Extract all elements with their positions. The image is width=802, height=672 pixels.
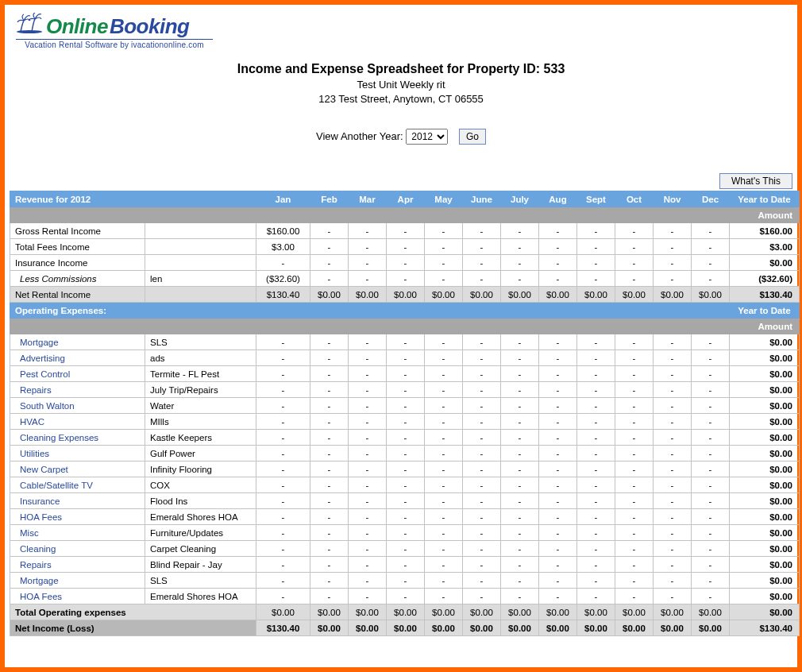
cell-dash: -	[692, 430, 730, 446]
expense-name[interactable]: Utilities	[10, 446, 145, 462]
expense-name[interactable]: Cleaning Expenses	[10, 430, 145, 446]
cell-dash: -	[539, 509, 577, 525]
cell-dash: -	[654, 493, 692, 509]
expense-name[interactable]: Repairs	[10, 557, 145, 573]
month-header: Oct	[615, 191, 654, 207]
expense-name[interactable]: Misc	[10, 525, 145, 541]
expense-name[interactable]: HVAC	[10, 414, 145, 430]
month-header: Jan	[256, 191, 310, 207]
cell-dash: -	[425, 255, 463, 271]
revenue-row-note: len	[145, 271, 256, 287]
cell-dash: -	[577, 223, 615, 239]
expense-note: July Trip/Repairs	[145, 382, 256, 398]
spacer	[349, 207, 387, 223]
go-button[interactable]: Go	[459, 129, 486, 145]
month-header: July	[501, 191, 539, 207]
expense-name[interactable]: Cable/Satellite TV	[10, 477, 145, 493]
cell-dash: -	[654, 446, 692, 462]
cell-dash: -	[310, 509, 349, 525]
cell-dash: -	[387, 525, 425, 541]
cell-dash: -	[349, 589, 387, 604]
year-select[interactable]: 2012	[406, 129, 448, 145]
net-income-month: $0.00	[501, 620, 539, 636]
cell-dash: -	[425, 477, 463, 493]
spacer	[692, 303, 730, 319]
net-ytd: $130.40	[730, 287, 800, 303]
cell-dash: -	[501, 398, 539, 414]
cell-dash: -	[256, 557, 310, 573]
spacer	[425, 303, 463, 319]
expense-name[interactable]: Pest Control	[10, 366, 145, 382]
expense-name[interactable]: Advertising	[10, 350, 145, 366]
expense-name[interactable]: Mortgage	[10, 573, 145, 589]
spacer	[387, 319, 425, 334]
cell-dash: -	[310, 334, 349, 350]
cell-dash: -	[310, 223, 349, 239]
cell-dash: -	[615, 271, 654, 287]
cell-dash: -	[615, 366, 654, 382]
spacer	[256, 303, 310, 319]
revenue-row-name: Insurance Income	[10, 255, 145, 271]
cell-dash: -	[349, 398, 387, 414]
whats-this-button[interactable]: What's This	[719, 173, 792, 189]
cell-dash: -	[310, 398, 349, 414]
cell-dash: -	[256, 446, 310, 462]
cell-dash: -	[387, 541, 425, 557]
cell-dash: -	[539, 589, 577, 604]
cell-dash: -	[692, 541, 730, 557]
cell-dash: -	[654, 398, 692, 414]
cell-dash: -	[387, 493, 425, 509]
cell-dash: -	[654, 509, 692, 525]
cell-dash: -	[654, 573, 692, 589]
cell-dash: -	[615, 573, 654, 589]
cell-dash: -	[654, 414, 692, 430]
cell-dash: -	[692, 589, 730, 604]
cell-dash: -	[387, 223, 425, 239]
net-month: $0.00	[387, 287, 425, 303]
spacer	[539, 207, 577, 223]
expense-name[interactable]: Repairs	[10, 382, 145, 398]
cell-dash: -	[577, 350, 615, 366]
expense-note: Gulf Power	[145, 446, 256, 462]
cell-dash: -	[463, 509, 501, 525]
cell-dash: -	[463, 239, 501, 255]
expense-name[interactable]: Cleaning	[10, 541, 145, 557]
cell-dash: -	[387, 414, 425, 430]
cell-dash: -	[256, 398, 310, 414]
expense-name[interactable]: New Carpet	[10, 462, 145, 477]
cell-dash: -	[539, 573, 577, 589]
net-month: $0.00	[539, 287, 577, 303]
expense-name[interactable]: HOA Fees	[10, 589, 145, 604]
cell-dash: -	[349, 255, 387, 271]
cell-dash: -	[501, 509, 539, 525]
cell-dash: -	[463, 271, 501, 287]
expense-name[interactable]: Insurance	[10, 493, 145, 509]
cell-dash: -	[425, 239, 463, 255]
cell-dash: -	[463, 589, 501, 604]
logo-text-booking: Booking	[110, 14, 190, 39]
total-month: $0.00	[615, 604, 654, 620]
cell-dash: -	[692, 493, 730, 509]
cell-dash: -	[577, 573, 615, 589]
expense-name[interactable]: Mortgage	[10, 334, 145, 350]
expense-name[interactable]: HOA Fees	[10, 509, 145, 525]
cell-dash: -	[463, 334, 501, 350]
cell-dash: -	[387, 366, 425, 382]
cell-dash: -	[539, 525, 577, 541]
expense-note: Emerald Shores HOA	[145, 509, 256, 525]
cell-dash: -	[577, 239, 615, 255]
cell-dash: -	[310, 589, 349, 604]
cell-dash: -	[310, 271, 349, 287]
cell-dash: -	[501, 589, 539, 604]
cell-dash: -	[501, 350, 539, 366]
cell-dash: -	[501, 573, 539, 589]
net-income-month: $0.00	[425, 620, 463, 636]
cell-dash: -	[654, 477, 692, 493]
cell-dash: -	[577, 509, 615, 525]
net-income-month: $0.00	[349, 620, 387, 636]
cell-dash: -	[501, 462, 539, 477]
expense-name[interactable]: South Walton	[10, 398, 145, 414]
cell-dash: -	[501, 557, 539, 573]
cell-dash: -	[256, 493, 310, 509]
spacer	[539, 319, 577, 334]
